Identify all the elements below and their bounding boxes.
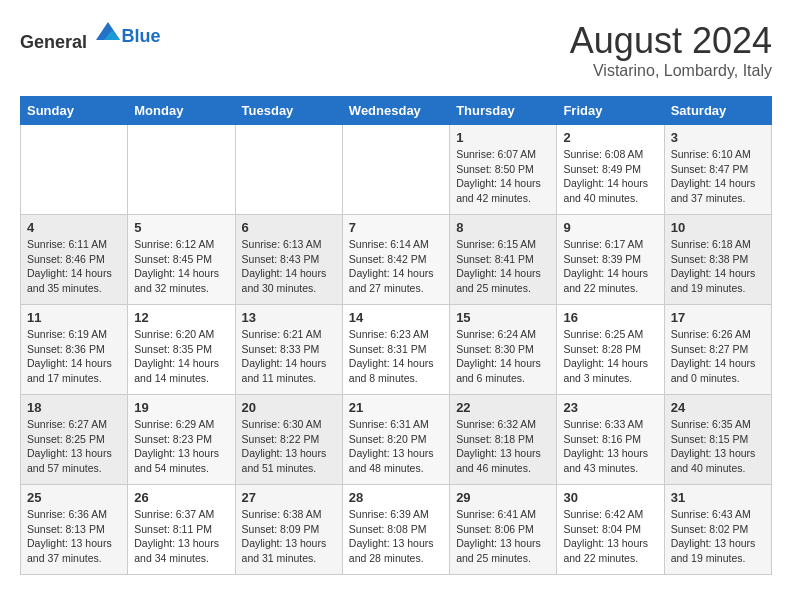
title-block: August 2024 Vistarino, Lombardy, Italy xyxy=(570,20,772,80)
header-row: SundayMondayTuesdayWednesdayThursdayFrid… xyxy=(21,97,772,125)
day-number: 12 xyxy=(134,310,228,325)
day-number: 26 xyxy=(134,490,228,505)
day-number: 21 xyxy=(349,400,443,415)
day-info: Sunrise: 6:30 AM Sunset: 8:22 PM Dayligh… xyxy=(242,417,336,476)
day-cell xyxy=(128,125,235,215)
day-info: Sunrise: 6:35 AM Sunset: 8:15 PM Dayligh… xyxy=(671,417,765,476)
day-cell: 16Sunrise: 6:25 AM Sunset: 8:28 PM Dayli… xyxy=(557,305,664,395)
day-info: Sunrise: 6:39 AM Sunset: 8:08 PM Dayligh… xyxy=(349,507,443,566)
col-header-wednesday: Wednesday xyxy=(342,97,449,125)
day-cell: 17Sunrise: 6:26 AM Sunset: 8:27 PM Dayli… xyxy=(664,305,771,395)
day-cell: 30Sunrise: 6:42 AM Sunset: 8:04 PM Dayli… xyxy=(557,485,664,575)
day-number: 1 xyxy=(456,130,550,145)
col-header-sunday: Sunday xyxy=(21,97,128,125)
day-info: Sunrise: 6:26 AM Sunset: 8:27 PM Dayligh… xyxy=(671,327,765,386)
day-info: Sunrise: 6:21 AM Sunset: 8:33 PM Dayligh… xyxy=(242,327,336,386)
month-year-title: August 2024 xyxy=(570,20,772,62)
day-info: Sunrise: 6:31 AM Sunset: 8:20 PM Dayligh… xyxy=(349,417,443,476)
day-number: 20 xyxy=(242,400,336,415)
day-info: Sunrise: 6:07 AM Sunset: 8:50 PM Dayligh… xyxy=(456,147,550,206)
day-cell xyxy=(342,125,449,215)
day-number: 5 xyxy=(134,220,228,235)
day-cell: 22Sunrise: 6:32 AM Sunset: 8:18 PM Dayli… xyxy=(450,395,557,485)
day-cell: 9Sunrise: 6:17 AM Sunset: 8:39 PM Daylig… xyxy=(557,215,664,305)
day-cell: 28Sunrise: 6:39 AM Sunset: 8:08 PM Dayli… xyxy=(342,485,449,575)
day-cell: 15Sunrise: 6:24 AM Sunset: 8:30 PM Dayli… xyxy=(450,305,557,395)
day-number: 27 xyxy=(242,490,336,505)
day-number: 10 xyxy=(671,220,765,235)
day-cell: 11Sunrise: 6:19 AM Sunset: 8:36 PM Dayli… xyxy=(21,305,128,395)
col-header-saturday: Saturday xyxy=(664,97,771,125)
day-cell: 4Sunrise: 6:11 AM Sunset: 8:46 PM Daylig… xyxy=(21,215,128,305)
day-number: 18 xyxy=(27,400,121,415)
day-number: 22 xyxy=(456,400,550,415)
day-number: 17 xyxy=(671,310,765,325)
week-row-5: 25Sunrise: 6:36 AM Sunset: 8:13 PM Dayli… xyxy=(21,485,772,575)
col-header-tuesday: Tuesday xyxy=(235,97,342,125)
day-number: 30 xyxy=(563,490,657,505)
day-cell: 3Sunrise: 6:10 AM Sunset: 8:47 PM Daylig… xyxy=(664,125,771,215)
day-cell: 27Sunrise: 6:38 AM Sunset: 8:09 PM Dayli… xyxy=(235,485,342,575)
logo-general: General xyxy=(20,32,87,52)
day-cell: 21Sunrise: 6:31 AM Sunset: 8:20 PM Dayli… xyxy=(342,395,449,485)
day-info: Sunrise: 6:08 AM Sunset: 8:49 PM Dayligh… xyxy=(563,147,657,206)
day-number: 4 xyxy=(27,220,121,235)
logo-blue: Blue xyxy=(122,26,161,46)
day-number: 16 xyxy=(563,310,657,325)
col-header-friday: Friday xyxy=(557,97,664,125)
day-number: 15 xyxy=(456,310,550,325)
day-info: Sunrise: 6:37 AM Sunset: 8:11 PM Dayligh… xyxy=(134,507,228,566)
day-cell: 23Sunrise: 6:33 AM Sunset: 8:16 PM Dayli… xyxy=(557,395,664,485)
day-info: Sunrise: 6:32 AM Sunset: 8:18 PM Dayligh… xyxy=(456,417,550,476)
day-number: 2 xyxy=(563,130,657,145)
day-info: Sunrise: 6:14 AM Sunset: 8:42 PM Dayligh… xyxy=(349,237,443,296)
col-header-monday: Monday xyxy=(128,97,235,125)
day-info: Sunrise: 6:38 AM Sunset: 8:09 PM Dayligh… xyxy=(242,507,336,566)
day-cell: 18Sunrise: 6:27 AM Sunset: 8:25 PM Dayli… xyxy=(21,395,128,485)
day-number: 23 xyxy=(563,400,657,415)
week-row-3: 11Sunrise: 6:19 AM Sunset: 8:36 PM Dayli… xyxy=(21,305,772,395)
day-cell: 5Sunrise: 6:12 AM Sunset: 8:45 PM Daylig… xyxy=(128,215,235,305)
day-cell: 1Sunrise: 6:07 AM Sunset: 8:50 PM Daylig… xyxy=(450,125,557,215)
week-row-1: 1Sunrise: 6:07 AM Sunset: 8:50 PM Daylig… xyxy=(21,125,772,215)
day-info: Sunrise: 6:11 AM Sunset: 8:46 PM Dayligh… xyxy=(27,237,121,296)
day-cell: 6Sunrise: 6:13 AM Sunset: 8:43 PM Daylig… xyxy=(235,215,342,305)
day-number: 13 xyxy=(242,310,336,325)
day-cell: 24Sunrise: 6:35 AM Sunset: 8:15 PM Dayli… xyxy=(664,395,771,485)
day-cell: 26Sunrise: 6:37 AM Sunset: 8:11 PM Dayli… xyxy=(128,485,235,575)
day-cell: 13Sunrise: 6:21 AM Sunset: 8:33 PM Dayli… xyxy=(235,305,342,395)
day-info: Sunrise: 6:17 AM Sunset: 8:39 PM Dayligh… xyxy=(563,237,657,296)
location-subtitle: Vistarino, Lombardy, Italy xyxy=(570,62,772,80)
day-info: Sunrise: 6:23 AM Sunset: 8:31 PM Dayligh… xyxy=(349,327,443,386)
day-cell: 19Sunrise: 6:29 AM Sunset: 8:23 PM Dayli… xyxy=(128,395,235,485)
day-number: 7 xyxy=(349,220,443,235)
day-info: Sunrise: 6:19 AM Sunset: 8:36 PM Dayligh… xyxy=(27,327,121,386)
logo-icon xyxy=(94,20,122,48)
day-info: Sunrise: 6:41 AM Sunset: 8:06 PM Dayligh… xyxy=(456,507,550,566)
day-number: 6 xyxy=(242,220,336,235)
day-number: 24 xyxy=(671,400,765,415)
day-cell: 20Sunrise: 6:30 AM Sunset: 8:22 PM Dayli… xyxy=(235,395,342,485)
col-header-thursday: Thursday xyxy=(450,97,557,125)
day-cell: 7Sunrise: 6:14 AM Sunset: 8:42 PM Daylig… xyxy=(342,215,449,305)
day-number: 9 xyxy=(563,220,657,235)
day-info: Sunrise: 6:13 AM Sunset: 8:43 PM Dayligh… xyxy=(242,237,336,296)
day-info: Sunrise: 6:43 AM Sunset: 8:02 PM Dayligh… xyxy=(671,507,765,566)
day-info: Sunrise: 6:10 AM Sunset: 8:47 PM Dayligh… xyxy=(671,147,765,206)
day-info: Sunrise: 6:20 AM Sunset: 8:35 PM Dayligh… xyxy=(134,327,228,386)
day-info: Sunrise: 6:33 AM Sunset: 8:16 PM Dayligh… xyxy=(563,417,657,476)
page-header: General Blue August 2024 Vistarino, Lomb… xyxy=(20,20,772,80)
day-cell: 14Sunrise: 6:23 AM Sunset: 8:31 PM Dayli… xyxy=(342,305,449,395)
day-info: Sunrise: 6:12 AM Sunset: 8:45 PM Dayligh… xyxy=(134,237,228,296)
day-cell: 31Sunrise: 6:43 AM Sunset: 8:02 PM Dayli… xyxy=(664,485,771,575)
day-info: Sunrise: 6:36 AM Sunset: 8:13 PM Dayligh… xyxy=(27,507,121,566)
day-cell: 2Sunrise: 6:08 AM Sunset: 8:49 PM Daylig… xyxy=(557,125,664,215)
day-info: Sunrise: 6:24 AM Sunset: 8:30 PM Dayligh… xyxy=(456,327,550,386)
day-cell xyxy=(235,125,342,215)
logo: General Blue xyxy=(20,20,161,53)
day-cell xyxy=(21,125,128,215)
day-number: 28 xyxy=(349,490,443,505)
day-cell: 10Sunrise: 6:18 AM Sunset: 8:38 PM Dayli… xyxy=(664,215,771,305)
day-cell: 8Sunrise: 6:15 AM Sunset: 8:41 PM Daylig… xyxy=(450,215,557,305)
day-info: Sunrise: 6:18 AM Sunset: 8:38 PM Dayligh… xyxy=(671,237,765,296)
